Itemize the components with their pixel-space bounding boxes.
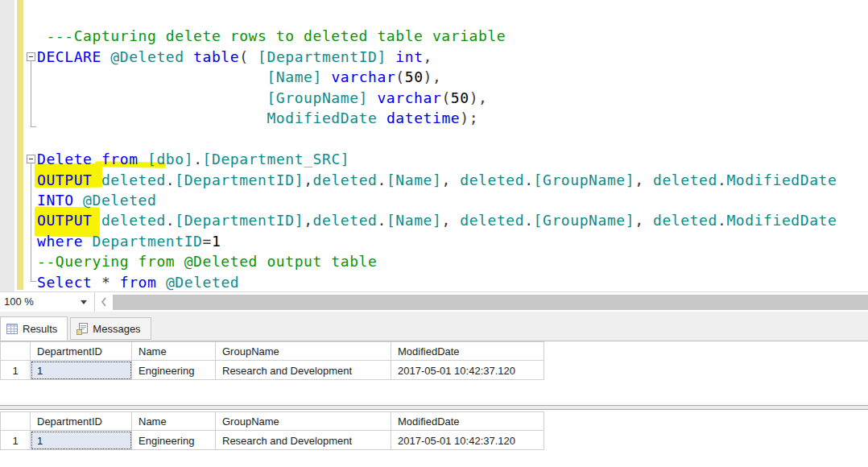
collapse-box-icon[interactable] (27, 155, 35, 163)
code-line[interactable]: INTO @Deleted (37, 190, 868, 210)
grid-corner-header[interactable] (1, 342, 31, 361)
code-line[interactable]: Select * from @Deleted (37, 272, 868, 292)
column-header[interactable]: ModifiedDate (391, 342, 544, 361)
column-header[interactable]: GroupName (216, 342, 391, 361)
results-grid-1: DepartmentIDNameGroupNameModifiedDate11E… (0, 341, 544, 380)
table-row: 11EngineeringResearch and Development201… (1, 431, 544, 450)
results-grid-2: DepartmentIDNameGroupNameModifiedDate11E… (0, 411, 544, 450)
results-grid-icon (6, 324, 18, 334)
code-line[interactable]: [Name] varchar(50), (37, 67, 868, 87)
grid-cell[interactable]: 2017-05-01 10:42:37.120 (391, 361, 544, 380)
ssms-query-window: ---Capturing delete rows to deleted tabl… (0, 0, 868, 467)
grid-cell[interactable]: Research and Development (216, 361, 391, 380)
row-header[interactable]: 1 (1, 431, 31, 450)
grid-cell[interactable]: 1 (31, 431, 132, 450)
grid-corner-header[interactable] (1, 412, 31, 431)
column-header[interactable]: Name (132, 342, 216, 361)
results-pane-tabs: Results Messages (0, 312, 868, 341)
track-changes-strip (17, 0, 23, 290)
grid-cell[interactable]: 1 (31, 361, 132, 380)
code-line[interactable]: OUTPUT deleted.[DepartmentID],deleted.[N… (37, 210, 868, 230)
code-line[interactable]: Delete from [dbo].[Department_SRC] (37, 149, 868, 169)
column-header[interactable]: DepartmentID (31, 412, 132, 431)
editor-indicator-margin (0, 0, 14, 291)
zoom-level-value: 100 % (4, 295, 34, 308)
table-row: 11EngineeringResearch and Development201… (1, 361, 544, 380)
editor-bottom-bar: 100 % (0, 291, 868, 312)
grid-cell[interactable]: Engineering (132, 431, 216, 450)
code-line[interactable]: where DepartmentID=1 (37, 231, 868, 251)
column-header[interactable]: Name (132, 412, 216, 431)
row-header[interactable]: 1 (1, 361, 31, 380)
chevron-down-icon (81, 300, 87, 304)
fold-guide-line (31, 163, 31, 281)
code-line[interactable]: ---Capturing delete rows to deleted tabl… (37, 26, 868, 46)
code-line[interactable]: OUTPUT deleted.[DepartmentID],deleted.[N… (37, 170, 868, 190)
scroll-left-button[interactable] (95, 292, 113, 312)
fold-guide-line (31, 61, 31, 126)
collapse-box-icon[interactable] (27, 52, 35, 61)
column-header[interactable]: ModifiedDate (391, 412, 544, 431)
fold-guide-line (31, 281, 36, 282)
column-header[interactable]: GroupName (216, 412, 391, 431)
messages-icon (76, 323, 88, 335)
zoom-level-dropdown[interactable]: 100 % (0, 292, 95, 312)
code-line[interactable]: ModifiedDate datetime); (37, 108, 868, 128)
code-line[interactable]: --Querying from @Deleted output table (37, 251, 868, 271)
scrollbar-thumb[interactable] (113, 295, 868, 310)
chevron-left-icon (101, 297, 107, 307)
grid-cell[interactable]: Engineering (132, 361, 216, 380)
code-line[interactable] (37, 129, 868, 149)
column-header[interactable]: DepartmentID (31, 342, 132, 361)
code-lines: ---Capturing delete rows to deleted tabl… (37, 6, 868, 292)
grid-cell[interactable]: Research and Development (216, 431, 391, 450)
tab-messages[interactable]: Messages (70, 317, 151, 340)
grid-cell[interactable]: 2017-05-01 10:42:37.120 (391, 431, 544, 450)
grid-splitter[interactable] (0, 405, 868, 410)
code-line[interactable]: [GroupName] varchar(50), (37, 88, 868, 108)
tab-results[interactable]: Results (0, 316, 68, 341)
tab-messages-label: Messages (93, 323, 140, 335)
fold-guide-line (31, 126, 36, 127)
code-line[interactable]: DECLARE @Deleted table( [DepartmentID] i… (37, 47, 868, 67)
sql-editor[interactable]: ---Capturing delete rows to deleted tabl… (0, 0, 868, 291)
tab-results-label: Results (23, 323, 57, 335)
code-line[interactable] (37, 6, 868, 26)
